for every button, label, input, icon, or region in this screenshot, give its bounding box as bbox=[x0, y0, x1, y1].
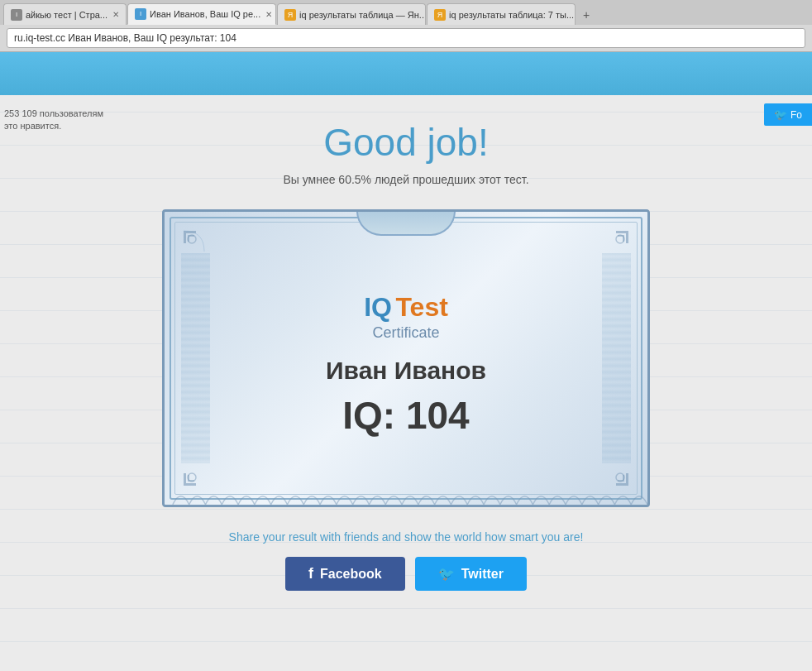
tab-1-close[interactable]: ✕ bbox=[112, 10, 119, 19]
certificate-wrapper: IQ Test Certificate Иван Иванов IQ: 104 bbox=[162, 209, 650, 507]
cert-left-deco bbox=[181, 253, 210, 463]
cert-arch bbox=[356, 211, 456, 236]
share-buttons: f Facebook 🐦 Twitter bbox=[0, 557, 812, 591]
facebook-share-button[interactable]: f Facebook bbox=[285, 557, 405, 591]
twitter-label: Twitter bbox=[461, 567, 504, 582]
tab-2-close[interactable]: ✕ bbox=[265, 10, 272, 19]
center-content: Good job! Вы умнее 60.5% людей прошедших… bbox=[0, 112, 812, 599]
cert-iq-value: 104 bbox=[406, 394, 470, 437]
tab-2[interactable]: I Иван Иванов, Ваш IQ ре... ✕ bbox=[127, 3, 276, 25]
tab-bar: I айкью тест | Стра... ✕ I Иван Иванов, … bbox=[0, 0, 812, 25]
cert-iq-label: IQ: bbox=[342, 394, 395, 437]
cert-title-iq: IQ bbox=[364, 292, 392, 322]
cert-name: Иван Иванов bbox=[326, 357, 486, 385]
tab-4[interactable]: Я iq результаты таблица: 7 ты... ✕ bbox=[427, 3, 576, 25]
tab-1[interactable]: I айкью тест | Стра... ✕ bbox=[3, 3, 127, 25]
address-bar[interactable]: ru.iq-test.cc Иван Иванов, Ваш IQ резуль… bbox=[7, 28, 805, 48]
cert-right-deco bbox=[602, 253, 631, 463]
sidebar-text: 253 109 пользователям это нравится. bbox=[0, 103, 116, 137]
twitter-top-button[interactable]: 🐦 Fo bbox=[764, 103, 812, 126]
tab-1-favicon: I bbox=[11, 9, 22, 21]
subtitle-text: Вы умнее 60.5% людей прошедших этот тест… bbox=[0, 173, 812, 186]
twitter-bird-icon: 🐦 bbox=[774, 108, 787, 121]
tab-3[interactable]: Я iq результаты таблица — Ян... ✕ bbox=[277, 3, 426, 25]
facebook-label: Facebook bbox=[320, 567, 382, 582]
share-section: Share your result with friends and show … bbox=[0, 530, 812, 591]
main-content: 253 109 пользователям это нравится. 🐦 Fo… bbox=[0, 95, 812, 671]
cert-bottom-ornaments bbox=[165, 463, 647, 505]
cert-title-test-word: Test bbox=[395, 292, 447, 322]
share-text: Share your result with friends and show … bbox=[0, 530, 812, 544]
certificate: IQ Test Certificate Иван Иванов IQ: 104 bbox=[162, 209, 650, 507]
new-tab-button[interactable]: + bbox=[576, 5, 596, 25]
browser-chrome: I айкью тест | Стра... ✕ I Иван Иванов, … bbox=[0, 0, 812, 52]
facebook-icon: f bbox=[308, 565, 313, 582]
address-bar-row: ru.iq-test.cc Иван Иванов, Ваш IQ резуль… bbox=[0, 25, 812, 51]
corner-tl bbox=[179, 227, 229, 276]
tab-4-favicon: Я bbox=[434, 9, 446, 21]
cert-iq-display: IQ: 104 bbox=[326, 393, 486, 438]
twitter-bird-share-icon: 🐦 bbox=[438, 566, 455, 582]
twitter-share-button[interactable]: 🐦 Twitter bbox=[415, 557, 527, 591]
cert-subtitle: Certificate bbox=[326, 324, 486, 342]
site-header bbox=[0, 52, 812, 95]
corner-tr bbox=[583, 227, 633, 276]
tab-2-favicon: I bbox=[135, 8, 146, 20]
cert-content: IQ Test Certificate Иван Иванов IQ: 104 bbox=[326, 292, 486, 438]
cert-title-row: IQ Test bbox=[326, 292, 486, 323]
tab-3-favicon: Я bbox=[284, 9, 296, 21]
good-job-heading: Good job! bbox=[0, 120, 812, 165]
